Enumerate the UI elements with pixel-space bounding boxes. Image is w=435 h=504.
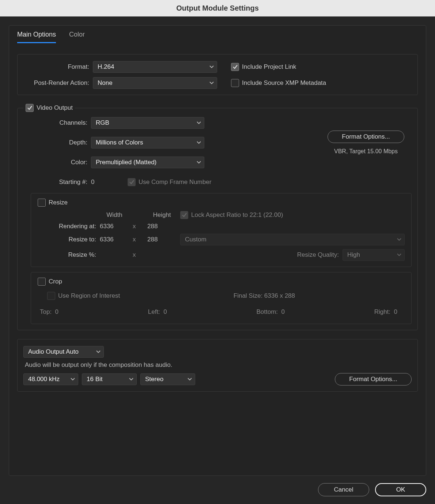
include-xmp-label: Include Source XMP Metadata	[242, 79, 326, 87]
use-comp-frame-label: Use Comp Frame Number	[139, 178, 211, 186]
video-output-section: Video Output Channels: RGB De	[17, 104, 418, 330]
ok-button[interactable]: OK	[375, 483, 426, 496]
crop-right-label: Right:	[374, 308, 390, 315]
crop-section: Crop Use Region of Interest Final Size: …	[31, 272, 412, 324]
rendering-height: 288	[147, 223, 166, 230]
x-separator: x	[133, 236, 144, 243]
chevron-down-icon	[197, 161, 201, 164]
crop-left-label: Left:	[148, 308, 160, 315]
crop-top-value: 0	[55, 308, 58, 315]
format-section: Format: H.264 Include Project Link Post-…	[17, 54, 418, 95]
resize-label: Resize	[49, 199, 68, 206]
post-render-select[interactable]: None	[93, 77, 217, 89]
resize-pct-label: Resize %:	[38, 251, 96, 259]
checkbox-icon	[231, 63, 239, 71]
chevron-down-icon	[197, 141, 201, 144]
tab-color[interactable]: Color	[69, 31, 85, 43]
checkbox-icon	[38, 278, 46, 286]
rendering-at-label: Rendering at:	[38, 223, 96, 230]
chevron-down-icon	[96, 350, 101, 353]
post-render-label: Post-Render Action:	[23, 79, 89, 87]
tabs-bar: Main Options Color	[9, 26, 426, 43]
chevron-down-icon	[188, 378, 192, 381]
resize-width: 6336	[100, 236, 118, 243]
video-output-checkbox[interactable]: Video Output	[26, 104, 73, 112]
resize-to-label: Resize to:	[38, 236, 96, 243]
lock-aspect-checkbox: Lock Aspect Ratio to 22:1 (22.00)	[180, 211, 405, 219]
video-output-label: Video Output	[37, 104, 73, 112]
main-panel: Main Options Color Format: H.264 Include…	[9, 25, 426, 476]
use-comp-frame-checkbox: Use Comp Frame Number	[128, 178, 211, 186]
crop-bottom-value: 0	[281, 308, 285, 315]
audio-format-options-button[interactable]: Format Options...	[335, 373, 412, 385]
include-project-link-label: Include Project Link	[242, 63, 296, 71]
window-body: Main Options Color Format: H.264 Include…	[0, 16, 435, 504]
resize-quality-select: High	[343, 249, 405, 261]
chevron-down-icon	[209, 65, 214, 68]
format-label: Format:	[23, 63, 89, 71]
checkbox-icon	[38, 199, 46, 207]
width-header: Width	[100, 211, 129, 219]
dialog-footer: Cancel OK	[9, 476, 426, 496]
resize-height: 288	[147, 236, 166, 243]
codec-info: VBR, Target 15.00 Mbps	[334, 148, 398, 155]
audio-channels-select[interactable]: Stereo	[140, 373, 195, 385]
checkbox-icon	[231, 79, 239, 87]
roi-label: Use Region of Interest	[58, 292, 120, 300]
lock-aspect-label: Lock Aspect Ratio to 22:1 (22.00)	[191, 211, 283, 219]
resize-quality-label: Resize Quality:	[297, 251, 339, 259]
crop-bottom-label: Bottom:	[256, 308, 278, 315]
audio-hint: Audio will be output only if the composi…	[25, 361, 412, 369]
cancel-button[interactable]: Cancel	[318, 483, 369, 496]
rendering-width: 6336	[100, 223, 118, 230]
audio-depth-select[interactable]: 16 Bit	[82, 373, 137, 385]
depth-select[interactable]: Millions of Colors	[91, 137, 204, 148]
crop-checkbox[interactable]: Crop	[38, 278, 62, 286]
height-header: Height	[147, 211, 177, 219]
chevron-down-icon	[197, 121, 201, 124]
resize-section: Resize Width Height Lock Aspect Ratio to…	[31, 193, 412, 267]
roi-checkbox: Use Region of Interest	[47, 292, 120, 300]
chevron-down-icon	[71, 378, 75, 381]
chevron-down-icon	[209, 82, 214, 84]
audio-section: Audio Output Auto Audio will be output o…	[17, 339, 418, 392]
chevron-down-icon	[397, 238, 401, 241]
include-xmp-checkbox[interactable]: Include Source XMP Metadata	[231, 79, 326, 87]
crop-left-value: 0	[163, 308, 167, 315]
resize-checkbox[interactable]: Resize	[38, 199, 68, 207]
video-format-options-button[interactable]: Format Options...	[328, 131, 404, 143]
checkbox-icon	[47, 292, 55, 300]
audio-output-mode-select[interactable]: Audio Output Auto	[23, 346, 104, 358]
starting-number-input	[91, 178, 108, 186]
checkbox-icon	[128, 178, 136, 186]
x-separator: x	[133, 223, 144, 230]
include-project-link-checkbox[interactable]: Include Project Link	[231, 63, 296, 71]
channels-label: Channels:	[23, 119, 87, 127]
resize-preset-select: Custom	[180, 234, 405, 245]
crop-top-label: Top:	[40, 308, 52, 315]
crop-right-value: 0	[394, 308, 397, 315]
starting-number-label: Starting #:	[23, 178, 87, 186]
checkbox-icon	[26, 104, 34, 112]
format-select[interactable]: H.264	[93, 61, 217, 73]
tab-main-options[interactable]: Main Options	[17, 31, 56, 43]
window-title: Output Module Settings	[0, 0, 435, 16]
checkbox-icon	[180, 211, 188, 219]
crop-label: Crop	[49, 278, 62, 285]
channels-select[interactable]: RGB	[91, 117, 204, 129]
tab-content: Format: H.264 Include Project Link Post-…	[9, 43, 426, 469]
chevron-down-icon	[397, 253, 401, 256]
color-label: Color:	[23, 159, 87, 166]
color-select[interactable]: Premultiplied (Matted)	[91, 157, 204, 168]
final-size-label: Final Size: 6336 x 288	[234, 292, 295, 300]
x-separator: x	[133, 251, 144, 259]
depth-label: Depth:	[23, 139, 87, 146]
chevron-down-icon	[129, 378, 133, 381]
audio-rate-select[interactable]: 48.000 kHz	[23, 373, 78, 385]
